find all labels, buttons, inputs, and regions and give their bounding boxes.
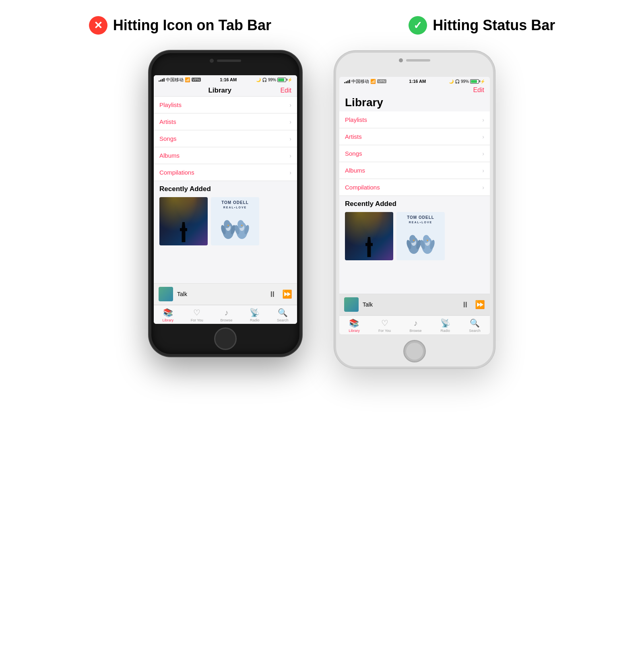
svg-point-17 — [409, 235, 416, 243]
heart-icon-right: ♡ — [381, 318, 388, 328]
battery-percent-right: 99% — [461, 79, 469, 84]
tab-radio-right[interactable]: 📡 Radio — [440, 318, 450, 333]
carrier-right: 中国移动 — [351, 78, 369, 84]
library-icon: 📚 — [163, 308, 173, 317]
battery-percent-left: 99% — [268, 78, 276, 82]
scenario-left-label: ✕ Hitting Icon on Tab Bar — [89, 16, 271, 35]
pause-button-right[interactable]: ⏸ — [461, 300, 469, 309]
library-list-left: Playlists › Artists › Songs › Albums › — [154, 97, 297, 181]
list-item-playlists-right[interactable]: Playlists › — [339, 111, 490, 128]
nav-bar-large-right: Edit — [339, 86, 490, 95]
svg-point-9 — [237, 220, 244, 228]
battery-icon-right — [470, 79, 479, 84]
list-item-songs-left[interactable]: Songs › — [154, 130, 297, 147]
success-icon: ✓ — [409, 16, 427, 35]
battery-icon-left — [277, 78, 286, 82]
chevron-right-icon: › — [289, 119, 291, 125]
skip-button-right[interactable]: ⏩ — [475, 300, 485, 309]
chevron-right-icon: › — [289, 136, 291, 142]
nav-bar-left: Library Edit — [154, 84, 297, 97]
skip-button-left[interactable]: ⏩ — [282, 289, 292, 299]
phone-left-top — [210, 53, 241, 63]
phone-right-top — [399, 53, 430, 62]
now-playing-title-right: Talk — [363, 301, 461, 308]
now-playing-art-right — [344, 297, 359, 312]
recently-added-header-right: Recently Added — [339, 196, 490, 210]
headphone-icon-right: 🎧 — [455, 79, 460, 84]
now-playing-bar-left[interactable]: Talk ⏸ ⏩ — [154, 283, 297, 305]
radio-icon: 📡 — [250, 308, 260, 317]
list-item-compilations-left[interactable]: Compilations › — [154, 164, 297, 181]
tab-foryou-right[interactable]: ♡ For You — [378, 318, 391, 333]
album-tom-odell-right[interactable]: TOM ODELLREAL•LOVE — [396, 212, 445, 260]
now-playing-controls-right: ⏸ ⏩ — [461, 300, 485, 309]
signal-icon — [159, 78, 165, 82]
nav-edit-right[interactable]: Edit — [473, 86, 484, 94]
tab-library-right[interactable]: 📚 Library — [349, 318, 360, 333]
tab-library-left[interactable]: 📚 Library — [162, 308, 173, 322]
time-left: 1:16 AM — [220, 77, 237, 82]
recently-added-header-left: Recently Added — [154, 181, 297, 196]
album-concert-left[interactable] — [159, 197, 208, 245]
pause-button-left[interactable]: ⏸ — [268, 290, 277, 299]
speaker-right — [406, 59, 430, 62]
phone-left: 中国移动 📶 VPN 1:16 AM 🌙 🎧 99% ⚡ Library Edi… — [149, 51, 302, 356]
penguins-svg-right — [402, 224, 439, 256]
large-title-right: Library — [345, 96, 383, 109]
camera-icon — [210, 59, 214, 63]
album-concert-right[interactable] — [345, 212, 393, 260]
home-button-left[interactable] — [214, 327, 237, 350]
tab-search-left[interactable]: 🔍 Search — [277, 308, 289, 322]
bolt-icon: ⚡ — [287, 78, 292, 82]
now-playing-art-left — [159, 287, 173, 301]
bolt-icon-right: ⚡ — [480, 79, 485, 84]
large-title-container: Library — [339, 95, 490, 111]
tab-bar-left: 📚 Library ♡ For You ♪ Browse 📡 Radio 🔍 — [154, 305, 297, 324]
time-right: 1:16 AM — [409, 79, 426, 84]
search-icon: 🔍 — [278, 308, 288, 317]
status-bar-right: 中国移动 📶 VPN 1:16 AM 🌙 🎧 99% ⚡ — [339, 77, 490, 86]
library-list-right: Playlists › Artists › Songs › Albums › — [339, 111, 490, 196]
tab-foryou-left[interactable]: ♡ For You — [191, 308, 203, 322]
search-icon-right: 🔍 — [470, 318, 480, 328]
screen-content-left: Playlists › Artists › Songs › Albums › — [154, 97, 297, 283]
library-icon-right: 📚 — [349, 318, 359, 328]
heart-icon: ♡ — [193, 308, 200, 317]
tab-browse-left[interactable]: ♪ Browse — [221, 308, 233, 322]
album-tom-odell-left[interactable]: TOM ODELLREAL•LOVE — [211, 197, 259, 245]
carrier-left: 中国移动 — [166, 77, 184, 83]
tab-radio-left[interactable]: 📡 Radio — [250, 308, 260, 322]
svg-point-3 — [224, 220, 230, 228]
signal-icon-right — [344, 80, 350, 83]
nav-title-left: Library — [208, 86, 231, 95]
now-playing-controls-left: ⏸ ⏩ — [268, 289, 292, 299]
speaker — [217, 60, 241, 62]
headphone-icon: 🎧 — [262, 78, 267, 82]
list-item-songs-right[interactable]: Songs › — [339, 145, 490, 162]
svg-point-23 — [423, 235, 429, 243]
screen-left: 中国移动 📶 VPN 1:16 AM 🌙 🎧 99% ⚡ Library Edi… — [154, 75, 297, 324]
list-item-artists-right[interactable]: Artists › — [339, 128, 490, 145]
list-item-albums-left[interactable]: Albums › — [154, 147, 297, 164]
list-item-artists-left[interactable]: Artists › — [154, 113, 297, 130]
chevron-right-icon-right: › — [482, 134, 484, 140]
tab-search-right[interactable]: 🔍 Search — [469, 318, 481, 333]
list-item-albums-right[interactable]: Albums › — [339, 162, 490, 179]
nav-edit-left[interactable]: Edit — [280, 87, 291, 94]
albums-row-right: TOM ODELLREAL•LOVE — [339, 210, 490, 264]
tab-browse-right[interactable]: ♪ Browse — [409, 319, 421, 333]
now-playing-title-left: Talk — [177, 291, 268, 297]
now-playing-bar-right[interactable]: Talk ⏸ ⏩ — [339, 294, 490, 315]
error-icon: ✕ — [89, 16, 107, 35]
list-item-playlists-left[interactable]: Playlists › — [154, 97, 297, 113]
browse-icon-right: ♪ — [413, 319, 417, 328]
home-button-right[interactable] — [403, 340, 426, 362]
moon-icon: 🌙 — [256, 78, 261, 82]
camera-icon-right — [399, 58, 403, 62]
wifi-icon: 📶 — [185, 77, 190, 82]
moon-icon-right: 🌙 — [449, 79, 454, 84]
chevron-right-icon: › — [289, 169, 291, 176]
browse-icon: ♪ — [225, 308, 229, 317]
list-item-compilations-right[interactable]: Compilations › — [339, 179, 490, 196]
chevron-right-icon: › — [289, 102, 291, 108]
